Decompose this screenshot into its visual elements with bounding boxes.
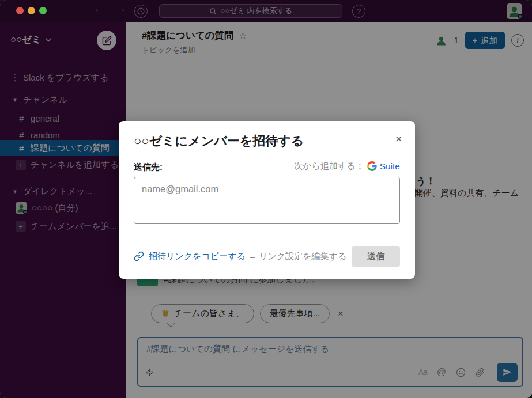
copy-invite-link[interactable]: 招待リンクをコピーする [134, 251, 246, 262]
add-from-label: 次から追加する： [294, 161, 364, 172]
traffic-light-close[interactable] [16, 7, 24, 14]
separator: – [250, 252, 255, 261]
slack-window: ← → ○○ゼミ 内を検索する ? ○○ゼミ [0, 0, 532, 398]
traffic-light-minimize[interactable] [28, 7, 35, 14]
invite-email-input[interactable] [134, 177, 400, 224]
traffic-light-zoom[interactable] [39, 7, 47, 14]
edit-link-settings[interactable]: リンク設定を編集する [259, 251, 346, 262]
send-to-label: 送信先: [134, 162, 163, 173]
modal-title: ○○ゼミにメンバーを招待する [134, 132, 304, 150]
close-icon[interactable]: × [395, 132, 402, 145]
google-g-icon [367, 161, 377, 171]
submit-invite-button[interactable]: 送信 [352, 246, 400, 267]
link-icon [134, 251, 144, 261]
gsuite-link[interactable]: Suite [380, 161, 400, 172]
copy-link-label: 招待リンクをコピーする [149, 251, 246, 262]
invite-members-modal: ○○ゼミにメンバーを招待する × 送信先: 次から追加する： Suite 招待リ… [119, 121, 415, 279]
